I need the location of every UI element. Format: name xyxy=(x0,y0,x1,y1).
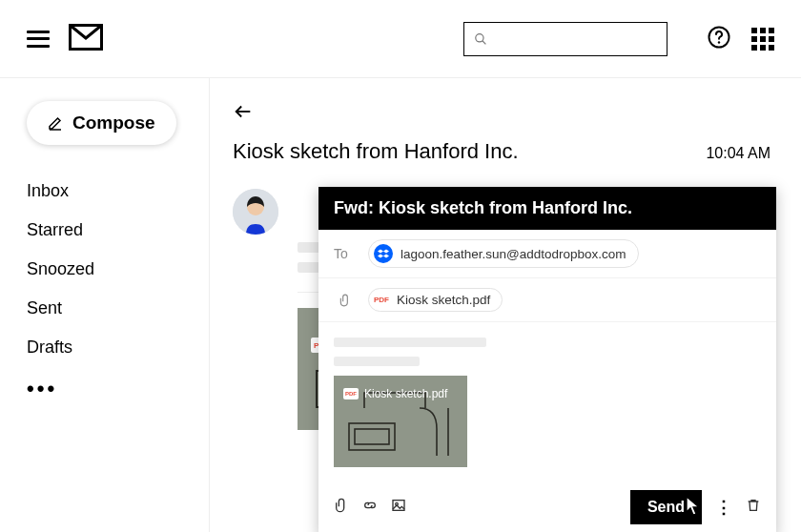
svg-point-1 xyxy=(476,33,483,41)
text-placeholder xyxy=(334,338,486,347)
mouse-cursor-icon xyxy=(686,496,703,517)
sidebar-item-drafts[interactable]: Drafts xyxy=(27,328,182,367)
pdf-badge-icon: PDF xyxy=(343,388,359,399)
dropbox-icon xyxy=(374,244,393,263)
sidebar-item-starred[interactable]: Starred xyxy=(27,211,182,250)
discard-button[interactable] xyxy=(746,497,761,518)
back-button[interactable] xyxy=(233,101,254,122)
thread-title: Kiosk sketch from Hanford Inc. xyxy=(233,139,519,164)
recipient-chip[interactable]: lagoon.feather.sun@addtodropbox.com xyxy=(368,239,639,268)
attachment-chip[interactable]: PDF Kiosk sketch.pdf xyxy=(368,288,503,312)
sidebar-item-inbox[interactable]: Inbox xyxy=(27,172,182,211)
mail-logo-icon xyxy=(69,24,103,54)
sidebar: Compose Inbox Starred Snoozed Sent Draft… xyxy=(0,78,210,532)
more-options-button[interactable]: ⋮ xyxy=(715,497,732,518)
compose-label: Compose xyxy=(72,113,155,133)
to-row[interactable]: To lagoon.feather.sun@addtodropbox.com xyxy=(318,230,776,278)
thread-time: 10:04 AM xyxy=(706,145,770,162)
pdf-label-icon: PDF xyxy=(374,296,389,304)
topbar xyxy=(0,0,801,78)
composer-title[interactable]: Fwd: Kiosk sketch from Hanford Inc. xyxy=(318,187,776,230)
compose-icon xyxy=(48,115,63,131)
sidebar-item-sent[interactable]: Sent xyxy=(27,289,182,328)
svg-point-4 xyxy=(718,41,720,43)
main-pane: Kiosk sketch from Hanford Inc. 10:04 AM xyxy=(210,78,801,532)
apps-grid-icon[interactable] xyxy=(751,28,774,51)
composer-body[interactable]: PDF Kiosk sketch.pdf xyxy=(318,322,776,482)
svg-line-2 xyxy=(483,40,486,44)
compose-button[interactable]: Compose xyxy=(27,101,176,145)
attachment-row[interactable]: PDF Kiosk sketch.pdf xyxy=(318,278,776,322)
send-button[interactable]: Send xyxy=(630,490,702,524)
help-icon[interactable] xyxy=(708,26,730,52)
recipient-address: lagoon.feather.sun@addtodropbox.com xyxy=(400,247,626,261)
more-button[interactable]: ••• xyxy=(27,367,182,411)
attach-file-icon[interactable] xyxy=(334,498,349,517)
insert-image-icon[interactable] xyxy=(391,498,406,517)
svg-rect-14 xyxy=(393,501,404,511)
sender-avatar xyxy=(233,189,278,235)
insert-link-icon[interactable] xyxy=(362,498,378,517)
to-label: To xyxy=(334,246,357,261)
search-input[interactable] xyxy=(463,22,668,56)
text-placeholder xyxy=(334,357,420,366)
sidebar-item-snoozed[interactable]: Snoozed xyxy=(27,250,182,289)
inline-attachment-thumb[interactable]: PDF Kiosk sketch.pdf xyxy=(334,376,467,467)
thumb-name: Kiosk sketch.pdf xyxy=(364,387,447,400)
svg-rect-12 xyxy=(349,423,395,450)
search-field[interactable] xyxy=(495,31,657,47)
svg-rect-13 xyxy=(355,429,389,444)
paperclip-icon xyxy=(334,293,357,308)
composer-window: Fwd: Kiosk sketch from Hanford Inc. To l… xyxy=(318,187,776,532)
attachment-name: Kiosk sketch.pdf xyxy=(397,293,490,307)
search-icon xyxy=(474,31,487,47)
menu-button[interactable] xyxy=(27,31,50,48)
